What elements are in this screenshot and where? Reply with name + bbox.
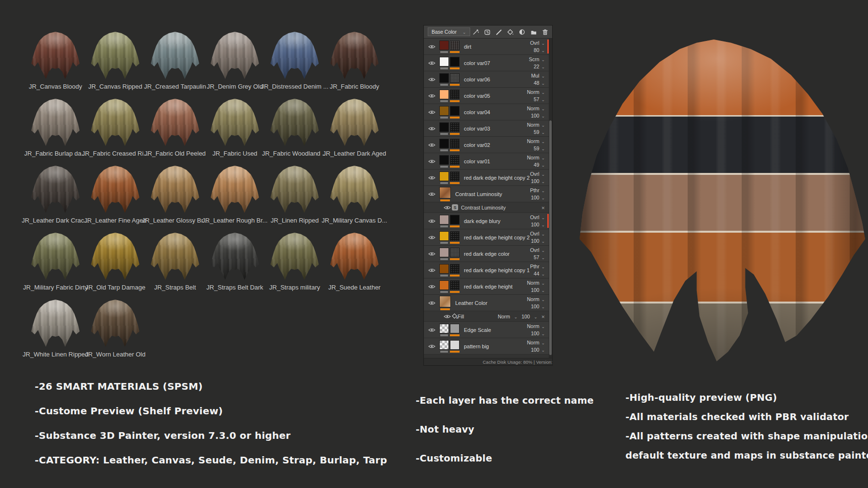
material-thumbnail[interactable]: [91, 98, 139, 146]
layer-row[interactable]: red dark edge height copy 1Pthr44: [424, 262, 549, 278]
visibility-eye-icon[interactable]: [442, 314, 452, 319]
layer-mask-thumbnail[interactable]: [450, 340, 460, 350]
opacity-dropdown[interactable]: 57: [534, 254, 545, 260]
layer-content-thumbnail[interactable]: [439, 106, 449, 116]
layer-content-thumbnail[interactable]: [439, 264, 449, 274]
visibility-eye-icon[interactable]: [424, 93, 439, 98]
layer-content-thumbnail[interactable]: [439, 231, 449, 241]
material-thumbnail[interactable]: [151, 98, 199, 146]
blend-mode-value[interactable]: Norm: [498, 314, 510, 319]
layer-content-thumbnail[interactable]: [439, 73, 449, 83]
layer-mask-thumbnail[interactable]: [450, 248, 460, 257]
opacity-dropdown[interactable]: 100: [531, 238, 545, 244]
layer-mask-thumbnail[interactable]: [450, 139, 460, 148]
layer-mask-thumbnail[interactable]: [450, 90, 460, 99]
opacity-dropdown[interactable]: 59: [534, 129, 545, 135]
material-thumbnail[interactable]: [211, 232, 259, 280]
visibility-eye-icon[interactable]: [442, 205, 452, 210]
visibility-eye-icon[interactable]: [424, 61, 439, 66]
blend-mode-dropdown[interactable]: Ovrl: [530, 214, 545, 220]
material-thumbnail[interactable]: [31, 232, 80, 280]
material-item[interactable]: JR_Leather Dark Aged: [325, 98, 384, 165]
layer-mask-thumbnail[interactable]: [450, 122, 460, 132]
layer-row[interactable]: color var07Scrn22: [424, 55, 549, 71]
material-item[interactable]: JR_White Linen Ripped: [26, 299, 85, 366]
material-item[interactable]: JR_Suede Leather: [325, 232, 384, 299]
visibility-eye-icon[interactable]: [424, 219, 439, 224]
material-thumbnail[interactable]: [91, 232, 139, 280]
visibility-eye-icon[interactable]: [424, 251, 439, 256]
blend-mode-dropdown[interactable]: Ovrl: [530, 231, 545, 237]
layer-mask-thumbnail[interactable]: [450, 40, 460, 50]
layer-row[interactable]: pattern bigNorm100: [424, 338, 549, 355]
layer-row[interactable]: red dark edge colorOvrl57: [424, 246, 549, 262]
opacity-dropdown[interactable]: 59: [534, 145, 545, 151]
material-item[interactable]: JR_Military Canvas D...: [325, 165, 384, 232]
material-item[interactable]: JR_Fabric Used: [205, 98, 265, 165]
material-item[interactable]: JR_Straps Belt Dark: [205, 232, 265, 299]
filter-effect-row[interactable]: SContrast Luminosity: [424, 202, 549, 213]
material-item[interactable]: JR_Canvas Ripped: [85, 31, 145, 98]
layer-mask-thumbnail[interactable]: [450, 324, 460, 333]
layer-row[interactable]: color var05Norm57: [424, 88, 549, 104]
blend-mode-dropdown[interactable]: Ovrl: [530, 247, 545, 253]
material-item[interactable]: JR_Fabric Bloody: [325, 31, 384, 98]
material-item[interactable]: JR_Fabric Burlap da...: [26, 98, 85, 165]
material-thumbnail[interactable]: [31, 165, 80, 213]
layer-row[interactable]: dark edge bluryOvrl100: [424, 213, 549, 229]
layer-content-thumbnail[interactable]: [439, 122, 449, 132]
layer-mask-thumbnail[interactable]: [450, 215, 460, 224]
layer-content-thumbnail[interactable]: [439, 340, 449, 350]
layer-thumbnail[interactable]: [439, 296, 451, 307]
close-icon[interactable]: [541, 205, 545, 211]
layer-mask-thumbnail[interactable]: [450, 155, 460, 165]
material-thumbnail[interactable]: [211, 165, 259, 213]
blend-mode-dropdown[interactable]: Ovrl: [530, 171, 545, 177]
layer-row[interactable]: color var06Mul48: [424, 71, 549, 88]
material-item[interactable]: JR_Leather Fine Aged: [85, 165, 145, 232]
layer-row[interactable]: red dark edge heightNorm100: [424, 278, 549, 295]
material-thumbnail[interactable]: [151, 232, 199, 280]
layer-content-thumbnail[interactable]: [439, 155, 449, 165]
layer-row[interactable]: color var02Norm59: [424, 137, 549, 153]
material-item[interactable]: JR_Creased Tarpaulin: [145, 31, 205, 98]
opacity-dropdown[interactable]: 100: [531, 195, 545, 200]
blend-mode-dropdown[interactable]: Mul: [531, 73, 545, 79]
visibility-eye-icon[interactable]: [424, 328, 439, 332]
material-thumbnail[interactable]: [211, 31, 259, 79]
blend-mode-dropdown[interactable]: Norm: [527, 106, 545, 111]
scrollbar-thumb[interactable]: [549, 120, 552, 355]
material-thumbnail[interactable]: [271, 232, 319, 280]
material-item[interactable]: JR_Fabric Woodland ...: [265, 98, 325, 165]
material-thumbnail[interactable]: [271, 98, 319, 146]
layer-content-thumbnail[interactable]: [439, 215, 449, 224]
layer-row[interactable]: Contrast LuminosityPthr100: [424, 186, 549, 202]
material-item[interactable]: JR_Leather Rough Br...: [205, 165, 265, 232]
layer-row[interactable]: Edge ScaleNorm100: [424, 322, 549, 338]
visibility-eye-icon[interactable]: [424, 175, 439, 180]
blend-mode-dropdown[interactable]: Scrn: [529, 56, 545, 62]
layer-row[interactable]: red dark edge height copy 2Ovrl100: [424, 229, 549, 246]
material-item[interactable]: JR_Denim Grey Old: [205, 31, 265, 98]
layer-content-thumbnail[interactable]: [439, 280, 449, 290]
opacity-dropdown[interactable]: 48: [534, 80, 545, 86]
material-item[interactable]: JR_Straps Belt: [145, 232, 205, 299]
material-item[interactable]: JR_Fabric Old Peeled: [145, 98, 205, 165]
folder-icon[interactable]: [530, 28, 537, 35]
fill-bucket-icon[interactable]: [507, 28, 514, 35]
visibility-eye-icon[interactable]: [424, 44, 439, 49]
magic-wand-icon[interactable]: [472, 28, 479, 35]
blend-mode-dropdown[interactable]: Norm: [527, 89, 545, 95]
smart-material-icon[interactable]: [484, 28, 490, 35]
layer-content-thumbnail[interactable]: [439, 40, 449, 50]
visibility-eye-icon[interactable]: [424, 301, 439, 305]
material-item[interactable]: JR_Fabric Creased Ri...: [85, 98, 145, 165]
visibility-eye-icon[interactable]: [424, 143, 439, 147]
material-thumbnail[interactable]: [91, 31, 139, 79]
blend-mode-dropdown[interactable]: Pthr: [530, 264, 545, 269]
material-item[interactable]: JR_Military Fabric Dirty: [26, 232, 85, 299]
visibility-eye-icon[interactable]: [424, 235, 439, 240]
visibility-eye-icon[interactable]: [424, 77, 439, 82]
material-item[interactable]: JR_Worn Leather Old: [85, 299, 145, 366]
opacity-value[interactable]: 100: [521, 314, 530, 319]
